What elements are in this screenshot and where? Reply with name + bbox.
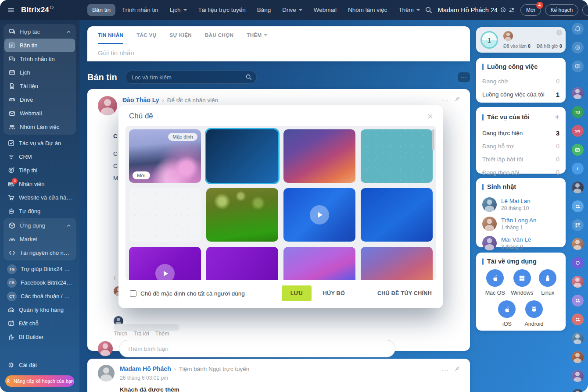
plan-button[interactable]: Kế hoạch: [545, 4, 579, 16]
theme-violet-pink[interactable]: [283, 247, 355, 280]
sidebar-item-bi-builder[interactable]: BI Builder: [4, 330, 76, 344]
feed-search-input[interactable]: [125, 71, 257, 84]
ring-logo-chat-icon[interactable]: [572, 257, 584, 269]
theme-blue[interactable]: [361, 188, 433, 242]
sidebar-item-deals[interactable]: CT Các thoả thuận / Giao ...: [4, 289, 76, 303]
chat-sync-icon[interactable]: [572, 61, 584, 72]
sidebar-item-workgroups[interactable]: Nhóm Làm việc: [4, 120, 75, 134]
sidebar-item-support[interactable]: TG Trợ giúp Bitrix24 24/7: [4, 262, 76, 276]
sidebar-item-docs[interactable]: Tài liệu: [4, 79, 75, 93]
sidebar-section-collab[interactable]: Hợp tác: [4, 25, 75, 39]
chat-avatar[interactable]: [572, 332, 584, 344]
nav-more[interactable]: Thêm: [394, 4, 425, 16]
tab-event[interactable]: SỰ KIỆN: [169, 26, 192, 44]
comment-input[interactable]: [119, 340, 395, 357]
theme-dark-blue-selected[interactable]: [206, 129, 278, 183]
nav-boards[interactable]: Bảng: [252, 4, 276, 16]
post-target[interactable]: Tiệm bánh Ngọt trực tuyến: [179, 366, 249, 372]
search-icon[interactable]: [245, 74, 252, 80]
sidebar-item-marketing[interactable]: Tiếp thị: [4, 164, 76, 177]
modal-scrollbar[interactable]: [432, 129, 434, 150]
nav-drive[interactable]: Drive: [277, 4, 307, 16]
app-linux[interactable]: Linux: [539, 269, 556, 296]
custom-theme-button[interactable]: CHỦ ĐỀ TÙY CHỈNH: [377, 290, 432, 296]
chat-avatar[interactable]: [572, 182, 584, 193]
chat-avatar[interactable]: [572, 389, 584, 392]
tab-task[interactable]: TÁC VỤ: [136, 26, 156, 44]
sidebar-item-facebook[interactable]: FB Facebook Bitrix24 Việ...: [4, 276, 76, 289]
sidebar-item-inventory[interactable]: Quản lý kho hàng: [4, 303, 76, 317]
pin-icon[interactable]: [454, 366, 460, 372]
workflow-row[interactable]: Luồng công việc của tôi1: [482, 88, 559, 101]
chat-avatar[interactable]: [572, 87, 584, 99]
default-theme-checkbox[interactable]: [130, 290, 136, 297]
theme-grass-photo[interactable]: [206, 188, 278, 242]
nav-calendar[interactable]: Lịch: [165, 4, 192, 16]
chat-badge-tb[interactable]: TB: [572, 106, 584, 118]
info-chat-badge[interactable]: i: [572, 163, 584, 175]
sliders-icon[interactable]: [509, 7, 515, 13]
more-link[interactable]: Thêm: [155, 331, 169, 337]
sidebar-item-messenger[interactable]: Trình nhắn tin: [4, 52, 75, 66]
sidebar-item-drive[interactable]: Drive: [4, 93, 75, 107]
theme-purple-video[interactable]: [129, 247, 201, 280]
nav-messenger[interactable]: Trình nhắn tin: [117, 4, 163, 16]
like-link[interactable]: Thích: [114, 331, 127, 337]
app-logo[interactable]: Bitrix24: [21, 6, 54, 14]
theme-purple-orange[interactable]: [283, 129, 355, 183]
cancel-button[interactable]: HỦY BỎ: [323, 290, 345, 296]
tab-message[interactable]: TIN NHẮN: [98, 26, 123, 44]
sidebar-item-employees[interactable]: 4 Nhân viên: [4, 177, 76, 191]
hamburger-menu-icon[interactable]: [7, 6, 15, 14]
group-chat-icon[interactable]: [572, 200, 584, 212]
sidebar-item-automation[interactable]: Tự động: [4, 204, 76, 218]
sidebar-item-dev-resources[interactable]: Tài nguyên cho nhà ...: [4, 246, 75, 260]
chat-avatar[interactable]: [572, 238, 584, 250]
person-link[interactable]: Mai Vân Lê: [501, 236, 531, 243]
portal-name[interactable]: Madam Hồ Phách 24: [438, 7, 515, 14]
task-row[interactable]: Đang hỗ trợ0: [482, 139, 559, 153]
theme-purple[interactable]: [206, 247, 278, 280]
group-chat-icon[interactable]: [572, 295, 584, 306]
theme-blue-coral[interactable]: [361, 247, 433, 280]
search-icon[interactable]: [425, 6, 432, 14]
avatar[interactable]: [482, 197, 497, 212]
copilot-icon[interactable]: [572, 42, 584, 53]
group-chat-icon[interactable]: [572, 314, 584, 325]
qr-chat-icon[interactable]: [572, 219, 584, 231]
person-link[interactable]: Lê Mai Lan: [501, 198, 531, 204]
sidebar-item-feed[interactable]: Bản tin: [4, 39, 75, 52]
author-link[interactable]: Madam Hồ Phách: [120, 365, 171, 372]
nav-feed[interactable]: Bản tin: [87, 4, 115, 16]
invite-button[interactable]: Mời4: [520, 4, 541, 16]
pin-icon[interactable]: [454, 96, 460, 102]
help-icon[interactable]: ?: [556, 30, 562, 36]
theme-light-doodles[interactable]: [129, 188, 201, 242]
save-button[interactable]: LƯU: [282, 285, 312, 301]
theme-photo-flowers[interactable]: Mặc định Mới: [129, 129, 201, 183]
nav-online-docs[interactable]: Tài liệu trực tuyến: [194, 4, 251, 16]
avatar[interactable]: [482, 236, 497, 250]
sidebar-item-calendar[interactable]: Lịch: [4, 66, 75, 79]
sidebar-item-crm[interactable]: CRM: [4, 150, 76, 164]
app-macos[interactable]: Mac OS: [485, 269, 505, 296]
author-link[interactable]: Đào Thảo Ly: [122, 96, 159, 103]
sidebar-item-webmail[interactable]: Webmail: [4, 107, 75, 120]
feed-more-button[interactable]: ...: [458, 72, 470, 82]
avatar[interactable]: [482, 217, 497, 231]
help-button[interactable]: Trợ giúp: [582, 4, 588, 16]
post-more-icon[interactable]: ...: [442, 95, 449, 103]
post-more-icon[interactable]: ...: [442, 365, 449, 373]
theme-blue-video[interactable]: [283, 188, 355, 242]
author-avatar[interactable]: [98, 96, 117, 115]
theme-teal-doodles[interactable]: [361, 129, 433, 183]
notifications-bell-icon[interactable]: [572, 23, 584, 35]
sidebar-item-booking[interactable]: Đặt chỗ: [4, 317, 76, 330]
close-icon[interactable]: [427, 113, 434, 120]
task-row[interactable]: Đang theo dõi0: [482, 166, 559, 179]
nav-workgroups[interactable]: Nhóm làm việc: [343, 4, 392, 16]
sidebar-section-apps[interactable]: Ứng dụng: [4, 219, 75, 232]
sidebar-item-market[interactable]: Market: [4, 232, 75, 246]
chat-avatar[interactable]: [572, 351, 584, 363]
calendar-chat-icon[interactable]: [572, 144, 584, 156]
